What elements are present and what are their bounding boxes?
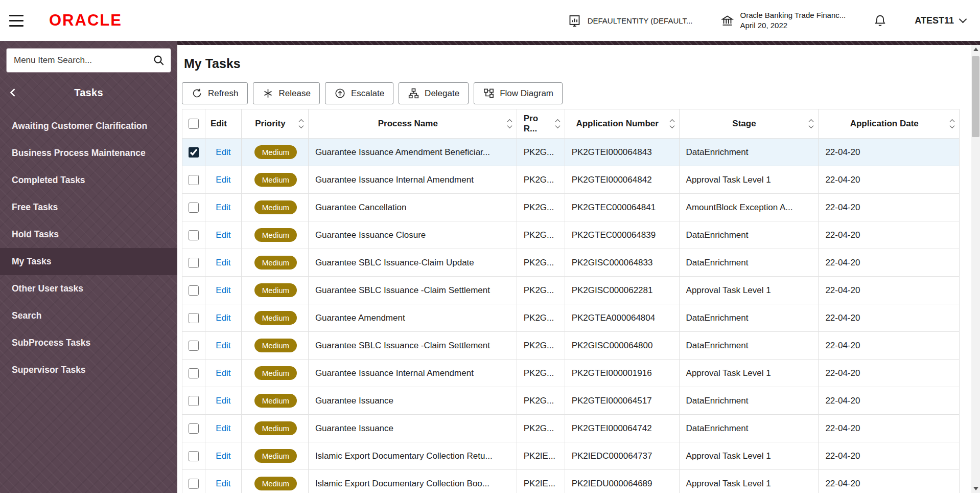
sidebar-item-search[interactable]: Search [0, 302, 177, 329]
edit-link[interactable]: Edit [216, 258, 230, 267]
priority-badge: Medium [254, 145, 297, 159]
row-checkbox[interactable] [189, 230, 199, 240]
bank-icon [720, 14, 734, 28]
edit-link[interactable]: Edit [216, 368, 230, 378]
column-label: Process Name [378, 119, 438, 128]
edit-link[interactable]: Edit [216, 230, 230, 240]
application-date-cell: 22-04-20 [819, 304, 960, 332]
edit-link[interactable]: Edit [216, 147, 230, 157]
process-ref-cell: PK2G... [517, 194, 565, 221]
edit-link[interactable]: Edit [216, 203, 230, 212]
row-checkbox[interactable] [189, 258, 199, 268]
process-ref-cell: PK2G... [517, 304, 565, 332]
app-window: ORACLE DEFAULTENTITY (DEFAULT... Oracle … [0, 0, 980, 493]
sidebar-item-supervisor-tasks[interactable]: Supervisor Tasks [0, 356, 177, 384]
search-icon[interactable] [152, 54, 166, 67]
sort-icon[interactable] [556, 120, 559, 128]
column-header-stage[interactable]: Stage [679, 109, 819, 139]
application-number-cell: PK2IEDC000064737 [565, 442, 679, 470]
sidebar-item-label: Awaiting Customer Clarification [12, 121, 147, 131]
sidebar-item-label: Search [12, 310, 41, 321]
edit-link[interactable]: Edit [216, 341, 230, 350]
application-number-cell: PK2GTEI000001916 [565, 360, 679, 387]
row-checkbox[interactable] [189, 368, 199, 378]
sidebar-back-button[interactable] [7, 86, 19, 99]
sidebar-item-free-tasks[interactable]: Free Tasks [0, 194, 177, 221]
header-right: DEFAULTENTITY (DEFAULT... Oracle Banking… [568, 10, 966, 31]
application-number-cell: PK2GISC000062281 [565, 277, 679, 304]
process-name-cell: Guarantee Issuance Internal Amendment [308, 360, 517, 387]
sidebar: Tasks Awaiting Customer Clarification Bu… [0, 41, 177, 493]
process-name-cell: Guarantee Issuance [308, 387, 517, 415]
entity-selector[interactable]: DEFAULTENTITY (DEFAULT... [568, 14, 693, 28]
sort-icon[interactable] [809, 120, 813, 128]
select-all-checkbox[interactable] [189, 119, 199, 129]
sidebar-item-label: Business Process Maintenance [12, 148, 146, 158]
stage-cell: Approval Task Level 1 [679, 277, 819, 304]
row-checkbox[interactable] [189, 451, 199, 461]
refresh-button[interactable]: Refresh [182, 82, 248, 104]
notification-bell-button[interactable] [873, 14, 887, 28]
escalate-button[interactable]: Escalate [325, 82, 393, 104]
priority-badge: Medium [254, 283, 297, 297]
table-row: Edit Medium Islamic Export Documentary C… [182, 470, 960, 493]
row-checkbox[interactable] [189, 341, 199, 351]
sidebar-item-awaiting-customer-clarification[interactable]: Awaiting Customer Clarification [0, 113, 177, 140]
row-checkbox[interactable] [189, 423, 199, 434]
edit-link[interactable]: Edit [216, 313, 230, 323]
column-header-process-name[interactable]: Process Name [308, 109, 517, 139]
user-menu[interactable]: ATEST11 [915, 15, 966, 26]
vertical-scrollbar[interactable] [971, 45, 980, 493]
edit-link[interactable]: Edit [216, 423, 230, 433]
table-row: Edit Medium Guarantee Cancellation PK2G.… [182, 194, 960, 221]
stage-cell: DataEnrichment [679, 332, 819, 360]
row-checkbox[interactable] [189, 203, 199, 213]
scroll-up-button[interactable] [971, 45, 980, 54]
sort-icon[interactable] [508, 120, 511, 128]
row-checkbox[interactable] [189, 147, 199, 158]
column-header-priority[interactable]: Priority [242, 109, 309, 139]
sort-icon[interactable] [670, 120, 674, 128]
menu-search-input[interactable] [6, 48, 171, 73]
edit-link[interactable]: Edit [216, 479, 230, 488]
row-checkbox[interactable] [189, 479, 199, 489]
sort-icon[interactable] [950, 120, 954, 128]
column-label: Application Number [576, 119, 659, 128]
sidebar-item-business-process-maintenance[interactable]: Business Process Maintenance [0, 140, 177, 167]
stage-cell: DataEnrichment [679, 387, 819, 415]
sidebar-item-label: Hold Tasks [12, 229, 59, 239]
sidebar-item-other-user-tasks[interactable]: Other User tasks [0, 275, 177, 302]
column-header-application-number[interactable]: Application Number [565, 109, 679, 139]
priority-badge: Medium [254, 421, 297, 435]
page-title: My Tasks [184, 56, 960, 71]
hamburger-menu-button[interactable] [8, 14, 25, 28]
release-button-label: Release [279, 88, 311, 99]
sort-icon[interactable] [299, 120, 303, 128]
process-ref-cell: PK2G... [517, 277, 565, 304]
row-checkbox[interactable] [189, 396, 199, 406]
sidebar-section-title: Tasks [74, 87, 103, 99]
application-date-cell: 22-04-20 [819, 249, 960, 277]
sidebar-item-my-tasks[interactable]: My Tasks [0, 248, 177, 275]
row-checkbox[interactable] [189, 285, 199, 296]
edit-link[interactable]: Edit [216, 285, 230, 295]
app-title: Oracle Banking Trade Financ... [740, 10, 846, 20]
application-number-cell: PK2GTEI000064742 [565, 415, 679, 442]
priority-badge: Medium [254, 256, 297, 270]
scrollbar-thumb[interactable] [972, 56, 979, 137]
sidebar-item-completed-tasks[interactable]: Completed Tasks [0, 167, 177, 194]
flow-diagram-button[interactable]: Flow Diagram [474, 82, 563, 104]
edit-link[interactable]: Edit [216, 175, 230, 185]
column-header-application-date[interactable]: Application Date [819, 109, 960, 139]
delegate-button[interactable]: Delegate [399, 82, 469, 104]
scroll-down-button[interactable] [971, 484, 980, 493]
chevron-left-icon [7, 86, 19, 99]
edit-link[interactable]: Edit [216, 451, 230, 461]
column-header-pro-r[interactable]: Pro R... [517, 109, 565, 139]
row-checkbox[interactable] [189, 313, 199, 323]
sidebar-item-subprocess-tasks[interactable]: SubProcess Tasks [0, 329, 177, 356]
edit-link[interactable]: Edit [216, 396, 230, 406]
release-button[interactable]: Release [253, 82, 320, 104]
row-checkbox[interactable] [189, 175, 199, 185]
sidebar-item-hold-tasks[interactable]: Hold Tasks [0, 221, 177, 248]
